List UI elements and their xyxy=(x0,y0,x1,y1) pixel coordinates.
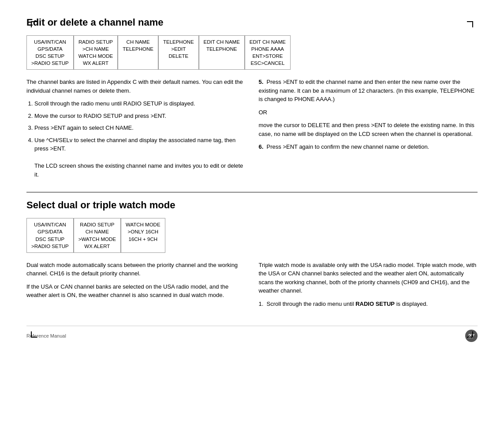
section2-content: Dual watch mode automatically scans betw… xyxy=(26,261,478,313)
section2-right-para1: Triple watch mode is available only with… xyxy=(259,261,478,295)
page-wrapper: Edit or delete a channel name USA/INT/CA… xyxy=(26,17,478,342)
section2-nav-boxes: USA/INT/CANGPS/DATADSC SETUP>RADIO SETUP… xyxy=(26,218,478,252)
section1-right: 5. Press >ENT to edit the channel name a… xyxy=(259,78,478,183)
corner-tr xyxy=(467,21,473,27)
section1-content: The channel banks are listed in Appendix… xyxy=(26,78,478,183)
nav-box-6: EDIT CH NAMEPHONE AAAAENT>STOREESC>CANCE… xyxy=(245,35,291,70)
section-divider xyxy=(26,192,478,192)
footer: Reference Manual 27 xyxy=(26,326,478,342)
nav-box-4: TELEPHONE>EDITDELETE xyxy=(158,35,199,70)
section1-nav-boxes: USA/INT/CANGPS/DATADSC SETUP>RADIO SETUP… xyxy=(26,35,478,70)
section2-right: Triple watch mode is available only with… xyxy=(259,261,478,313)
section1-steps: Scroll through the radio menu until RADI… xyxy=(26,99,246,179)
section2: Select dual or triple watch mode USA/INT… xyxy=(26,199,478,312)
section1-step1: Scroll through the radio menu until RADI… xyxy=(34,99,246,108)
section2-nav-box-3: WATCH MODE>ONLY 16CH16CH + 9CH xyxy=(121,218,165,252)
corner-tl xyxy=(31,21,37,27)
section1-step2: Move the cursor to RADIO SETUP and press… xyxy=(34,112,246,120)
section1-title: Edit or delete a channel name xyxy=(26,17,478,28)
nav-box-5: EDIT CH NAMETELEPHONE xyxy=(199,35,245,70)
section2-nav-box-2: RADIO SETUPCH NAME>WATCH MODEWX ALERT xyxy=(74,218,121,252)
section1-step5b: move the cursor to DELETE and then press… xyxy=(259,121,478,138)
section1-step6: 6. Press >ENT again to confirm the new c… xyxy=(259,143,478,151)
section1-intro: The channel banks are listed in Appendix… xyxy=(26,78,246,95)
corner-br xyxy=(467,331,473,338)
section1-left: The channel banks are listed in Appendix… xyxy=(26,78,246,183)
nav-box-1: USA/INT/CANGPS/DATADSC SETUP>RADIO SETUP xyxy=(26,35,74,70)
nav-box-2: RADIO SETUP>CH NAMEWATCH MODEWX ALERT xyxy=(74,35,118,70)
section2-left-para2: If the USA or CAN channel banks are sele… xyxy=(26,282,246,300)
section1-step3: Press >ENT again to select CH NAME. xyxy=(34,124,246,132)
section2-left-para1: Dual watch mode automatically scans betw… xyxy=(26,261,246,278)
section1-step4: Use ^CH/SELv to select the channel and d… xyxy=(34,136,246,179)
section2-right-step1: 1. Scroll through the radio menu until R… xyxy=(259,300,478,308)
section1-or: OR xyxy=(259,108,478,117)
section2-nav-box-1: USA/INT/CANGPS/DATADSC SETUP>RADIO SETUP xyxy=(26,218,74,252)
section2-left: Dual watch mode automatically scans betw… xyxy=(26,261,246,313)
corner-bl xyxy=(31,331,37,338)
section2-title: Select dual or triple watch mode xyxy=(26,199,478,211)
nav-box-3: CH NAMETELEPHONE xyxy=(118,35,158,70)
section1: Edit or delete a channel name USA/INT/CA… xyxy=(26,17,478,183)
section1-step5: 5. Press >ENT to edit the channel name a… xyxy=(259,78,478,104)
